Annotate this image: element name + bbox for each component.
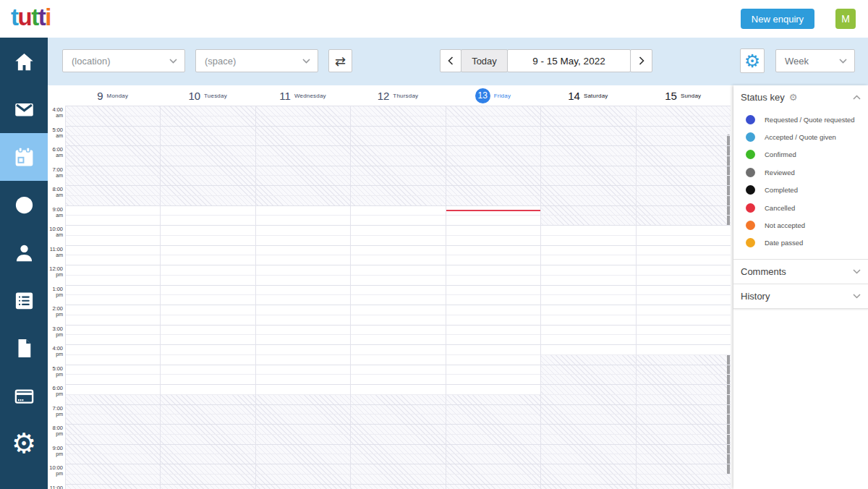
hour-label: 8:00am xyxy=(48,187,63,198)
day-column-sunday[interactable] xyxy=(636,106,731,489)
status-key-item: Requested / Quote requested xyxy=(741,111,861,128)
day-column-friday[interactable] xyxy=(446,106,540,489)
gear-icon: ⚙ xyxy=(744,52,760,70)
day-header-sunday[interactable]: 15Sunday xyxy=(636,85,731,106)
day-header-thursday[interactable]: 12Thursday xyxy=(350,85,445,106)
day-column-thursday[interactable] xyxy=(350,106,445,489)
day-header-wednesday[interactable]: 11Wednesday xyxy=(255,85,350,106)
hour-label: 6:00am xyxy=(48,147,63,158)
hour-label: 10:00pm xyxy=(48,465,63,477)
sidebar-item-calendar[interactable] xyxy=(0,133,48,181)
status-key-card: Status key ⚙ Requested / Quote requested… xyxy=(733,85,868,260)
day-column-tuesday[interactable] xyxy=(160,106,255,489)
day-header-tuesday[interactable]: 10Tuesday xyxy=(160,85,255,106)
day-header-friday[interactable]: 13Friday xyxy=(446,85,540,106)
day-header-saturday[interactable]: 14Saturday xyxy=(540,85,635,106)
status-label: Accepted / Quote given xyxy=(765,133,836,141)
new-enquiry-button[interactable]: New enquiry xyxy=(741,9,814,29)
hour-label: 9:00pm xyxy=(48,446,63,457)
history-header[interactable]: History xyxy=(733,284,868,308)
day-name: Monday xyxy=(107,93,129,99)
current-time-line xyxy=(446,210,540,211)
calendar-toolbar: (location) (space) ⇄ Today 9 - 15 May, 2… xyxy=(48,38,868,85)
status-label: Cancelled xyxy=(765,204,795,212)
week-calendar: 9Monday10Tuesday11Wednesday12Thursday13F… xyxy=(48,85,733,489)
hour-label: 5:00am xyxy=(48,127,63,139)
logo-letter: u xyxy=(18,4,32,30)
day-number: 9 xyxy=(97,90,103,102)
chevron-up-icon[interactable] xyxy=(853,95,861,100)
day-number: 13 xyxy=(475,88,490,103)
status-dot xyxy=(746,221,755,230)
status-key-item: Cancelled xyxy=(741,199,861,216)
sidebar-item-person[interactable] xyxy=(0,229,48,276)
day-column-wednesday[interactable] xyxy=(255,106,350,489)
calendar-settings-button[interactable]: ⚙ xyxy=(740,48,765,73)
day-name: Sunday xyxy=(681,93,701,99)
sidebar-item-list[interactable] xyxy=(0,276,48,324)
day-number: 11 xyxy=(279,90,291,102)
status-dot xyxy=(746,185,755,195)
history-card: History xyxy=(733,284,868,309)
week-grid xyxy=(65,106,731,489)
sidebar-item-gear[interactable]: ⚙ xyxy=(0,420,48,467)
hour-label: 11:00pm xyxy=(48,485,63,489)
status-label: Date passed xyxy=(765,239,803,247)
date-range-display: 9 - 15 May, 2022 xyxy=(507,49,631,72)
hour-label: 2:00pm xyxy=(48,306,63,318)
document-icon xyxy=(13,337,35,360)
card-icon xyxy=(13,385,35,407)
logo-letter: i xyxy=(45,4,51,30)
status-key-item: Confirmed xyxy=(741,146,861,163)
mail-icon xyxy=(13,98,35,121)
hour-label: 4:00pm xyxy=(48,346,63,357)
hour-label: 6:00pm xyxy=(48,386,63,397)
status-key-title: Status key xyxy=(741,92,785,103)
status-key-item: Not accepted xyxy=(741,216,861,234)
location-select[interactable]: (location) xyxy=(62,49,185,72)
history-title: History xyxy=(741,291,770,302)
swap-location-space-button[interactable]: ⇄ xyxy=(328,49,352,72)
sidebar-item-mail[interactable] xyxy=(0,85,48,133)
comments-header[interactable]: Comments xyxy=(733,260,868,284)
comments-title: Comments xyxy=(741,266,786,277)
next-week-button[interactable] xyxy=(630,49,652,72)
gear-icon: ⚙ xyxy=(12,430,36,457)
day-number: 12 xyxy=(378,90,390,102)
day-column-monday[interactable] xyxy=(65,106,160,489)
previous-week-button[interactable] xyxy=(440,49,461,72)
hour-label: 7:00am xyxy=(48,167,63,179)
status-key-header[interactable]: Status key ⚙ xyxy=(733,85,868,109)
hour-label: 11:00am xyxy=(48,247,63,258)
view-select[interactable]: Week xyxy=(775,49,855,72)
hour-label: 1:00pm xyxy=(48,286,63,298)
swap-arrows-icon: ⇄ xyxy=(335,54,346,69)
sidebar-nav: ⚙ xyxy=(0,38,48,489)
logo-letter: t xyxy=(38,4,46,30)
space-select-value: (space) xyxy=(205,56,236,67)
status-key-item: Accepted / Quote given xyxy=(741,128,861,145)
chevron-down-icon[interactable] xyxy=(853,269,861,274)
status-dot xyxy=(746,168,755,177)
status-dot xyxy=(746,203,755,213)
status-key-settings-icon[interactable]: ⚙ xyxy=(789,93,798,102)
day-number: 10 xyxy=(188,90,200,102)
tutti-logo[interactable]: tutti xyxy=(11,4,51,31)
sidebar-item-circle[interactable] xyxy=(0,181,48,229)
day-column-saturday[interactable] xyxy=(540,106,635,489)
chevron-down-icon[interactable] xyxy=(853,294,861,299)
day-number: 14 xyxy=(568,90,580,102)
sidebar-item-document[interactable] xyxy=(0,324,48,372)
day-header-monday[interactable]: 9Monday xyxy=(65,85,160,106)
sidebar-item-card[interactable] xyxy=(0,372,48,420)
space-select[interactable]: (space) xyxy=(195,49,318,72)
chevron-left-icon xyxy=(448,56,454,65)
logo-letter: t xyxy=(11,4,18,30)
today-button[interactable]: Today xyxy=(461,49,508,72)
day-name: Tuesday xyxy=(204,93,227,99)
status-dot xyxy=(746,132,755,142)
hour-label: 7:00pm xyxy=(48,406,63,417)
location-select-value: (location) xyxy=(72,56,110,67)
sidebar-item-home[interactable] xyxy=(0,38,48,85)
user-avatar[interactable]: M xyxy=(835,9,856,29)
